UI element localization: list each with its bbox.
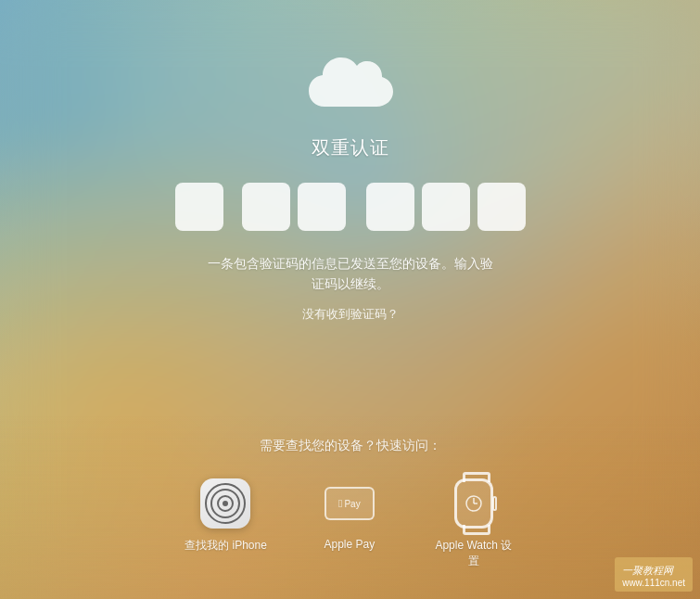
- code-box-1[interactable]: [175, 183, 223, 231]
- code-box-5[interactable]: [422, 183, 470, 231]
- watermark-line1: 一聚教程网: [622, 565, 673, 576]
- page-title: 双重认证: [312, 135, 389, 160]
- code-box-4[interactable]: [366, 183, 414, 231]
- watermark-line2: www.111cn.net: [622, 578, 685, 588]
- main-container: 双重认证 一条包含验证码的信息已发送至您的设备。输入验证码以继续。 没有收到验证…: [0, 0, 700, 599]
- code-box-6[interactable]: [477, 183, 526, 231]
- cloud-icon: [304, 56, 397, 121]
- description-text: 一条包含验证码的信息已发送至您的设备。输入验证码以继续。: [202, 253, 499, 295]
- no-code-link[interactable]: 没有收到验证码？: [302, 306, 399, 323]
- code-box-2[interactable]: [242, 183, 290, 231]
- code-box-3[interactable]: [298, 183, 346, 231]
- watermark: 一聚教程网 www.111cn.net: [615, 557, 693, 592]
- code-input-group: [175, 183, 526, 231]
